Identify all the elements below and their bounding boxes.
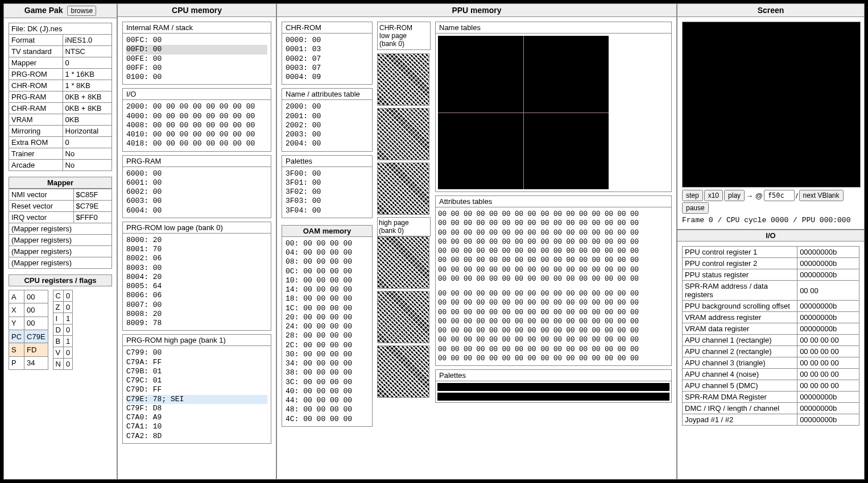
cpu-mem-section: Internal RAM / stack00FC: 0000FD: 0000FE… [122,22,271,85]
attr-block-2: 00 00 00 00 00 00 00 00 00 00 00 00 00 0… [438,289,536,363]
mem-line: 04: 00 00 00 00 [286,248,369,257]
mem-line: 8008: 20 [126,310,267,319]
mem-line: 18: 00 00 00 00 [286,294,369,303]
mem-line: 8009: 78 [126,319,267,328]
cpu-mem-section-title: PRG-ROM low page (bank 0) [123,222,271,234]
play-button[interactable]: play [724,190,745,201]
cpu-register-row: P34 [9,356,48,369]
mapper-row: (Mapper registers) [9,246,112,257]
palettes-visual-title: Palettes [436,370,671,381]
mapper-row: NMI vector$C85F [9,189,112,201]
mem-line: 4008: 00 00 00 00 00 00 00 00 [126,121,267,130]
mem-line: 4C: 00 00 00 00 [286,415,369,424]
name-tables-title: Name tables [436,22,671,34]
attr-block-1: 00 00 00 00 00 00 00 00 00 00 00 00 00 0… [541,210,639,284]
mem-line: 2003: 00 [286,130,369,139]
io-row: SPR-RAM DMA Register00000000b [683,392,859,403]
attributes-section: Attributes tables 00 00 00 00 00 00 00 0… [435,195,672,366]
mem-line: 38: 00 00 00 00 [286,368,369,377]
mem-line: C79E: 78; SEI [126,395,267,404]
status-line: Frame 0 / CPU cycle 0000 / PPU 000:000 [682,216,859,224]
mem-line: C79C: 01 [126,376,267,385]
mem-line: 3F04: 00 [286,206,369,215]
palettes-mem-section: Palettes 3F00: 003F01: 003F02: 003F03: 0… [282,155,373,218]
mem-line: 4000: 00 00 00 00 00 00 00 00 [126,112,267,121]
x10-button[interactable]: x10 [704,190,723,201]
gamepak-title: Game Pak [24,6,63,15]
mem-line: 24: 00 00 00 00 [286,322,369,331]
chr-low-tiles-icon [377,163,429,215]
mem-line: 8002: 06 [126,254,267,263]
mem-line: 14: 00 00 00 00 [286,285,369,294]
oam-section: 00: 00 00 00 0004: 00 00 00 0008: 00 00 … [282,237,373,427]
chr-high-tiles-icon [377,291,429,343]
cpu-flag-row: C0 [53,290,73,302]
mapper-table: NMI vector$C85FReset vector$C79EIRQ vect… [9,189,112,269]
cpu-registers-table: A00X00Y00PCC79ESFDP34 [9,290,48,370]
io-row: VRAM data register00000000b [683,323,859,335]
cpu-flag-row: Z0 [53,302,73,313]
gamepak-row: TrainerNo [9,148,112,160]
mem-line: 48: 00 00 00 00 [286,405,369,414]
name-attr-section: Name / attributes table 2000: 002001: 00… [282,88,373,151]
mem-line: 00FD: 00 [126,45,267,54]
goto-address-input[interactable] [764,190,795,201]
mapper-row: Reset vector$C79E [9,201,112,212]
gamepak-row: FormatiNES1.0 [9,35,112,46]
cpu-flag-row: N0 [53,359,73,370]
chr-rom-section: CHR-ROM 0000: 000001: 030002: 070003: 07… [282,22,373,85]
io-row: SPR-RAM address / data registers00 00 [683,281,859,301]
mem-line: 0003: 07 [286,64,369,73]
mem-line: 6002: 00 [126,188,267,197]
mem-line: 2004: 00 [286,139,369,148]
gamepak-table: File: DK (J).nes FormatiNES1.0TV standar… [9,23,112,171]
pause-button[interactable]: pause [682,202,709,214]
mem-line: 6003: 00 [126,197,267,206]
name-tables-canvas [438,36,609,189]
mem-line: 8000: 20 [126,236,267,245]
io-row: PPU status register00000000b [683,269,859,281]
slash-label: / [796,191,798,200]
cpu-flag-row: B1 [53,336,73,347]
cpu-mem-section-title: PRG-ROM high page (bank 1) [123,335,271,346]
cpu-mem-section-title: I/O [123,89,271,100]
mem-line: 6001: 00 [126,178,267,188]
mem-line: 3F00: 00 [286,169,369,178]
mapper-row: IRQ vector$FFF0 [9,212,112,223]
io-row: DMC / IRQ / length / channel00000000b [683,403,859,414]
gamepak-row: MirroringHorizontal [9,126,112,137]
gamepak-row: VRAM0KB [9,114,112,126]
mem-line: 4018: 00 00 00 00 00 00 00 00 [126,139,267,148]
mapper-row: (Mapper registers) [9,223,112,235]
cpu-mem-section-title: Internal RAM / stack [123,22,271,34]
cpu-mem-section: I/O2000: 00 00 00 00 00 00 00 004000: 00… [122,88,271,151]
gamepak-row: Extra ROM0 [9,137,112,148]
next-vblank-button[interactable]: next VBlank [799,190,844,201]
mem-line: 3C: 00 00 00 00 [286,378,369,387]
mem-line: 2000: 00 00 00 00 00 00 00 00 [126,102,267,111]
chr-high-tiles-icon [377,236,429,289]
io-header: I/O [677,230,865,242]
gamepak-row: CHR-ROM1 * 8KB [9,80,112,91]
cpu-register-row: X00 [9,303,48,317]
cpu-registers-title: CPU registers / flags [9,274,112,286]
mem-line: 0100: 00 [126,73,267,82]
cpu-mem-section: PRG-ROM low page (bank 0)8000: 208001: 7… [122,222,271,331]
mem-line: C79B: 01 [126,367,267,376]
mem-line: 2000: 00 [286,102,369,111]
mem-line: C79D: FF [126,385,267,394]
mem-line: 0000: 00 [286,36,369,45]
mem-line: 00FF: 00 [126,64,267,73]
gamepak-row: PRG-ROM1 * 16KB [9,69,112,80]
chr-low-label: CHR-ROM low page (bank 0) [377,22,431,50]
io-row: PPU control register 100000000b [683,247,859,258]
step-button[interactable]: step [682,190,703,201]
mem-line: 3F02: 00 [286,188,369,197]
name-attr-title: Name / attributes table [282,89,372,100]
gamepak-row: Mapper0 [9,57,112,69]
cpu-mem-section: PRG-RAM6000: 006001: 006002: 006003: 006… [122,155,271,218]
browse-button[interactable]: browse [67,6,96,16]
cpu-flag-row: V0 [53,347,73,359]
io-row: APU channel 5 (DMC)00 00 00 00 [683,380,859,392]
cpu-flag-row: I1 [53,313,73,324]
